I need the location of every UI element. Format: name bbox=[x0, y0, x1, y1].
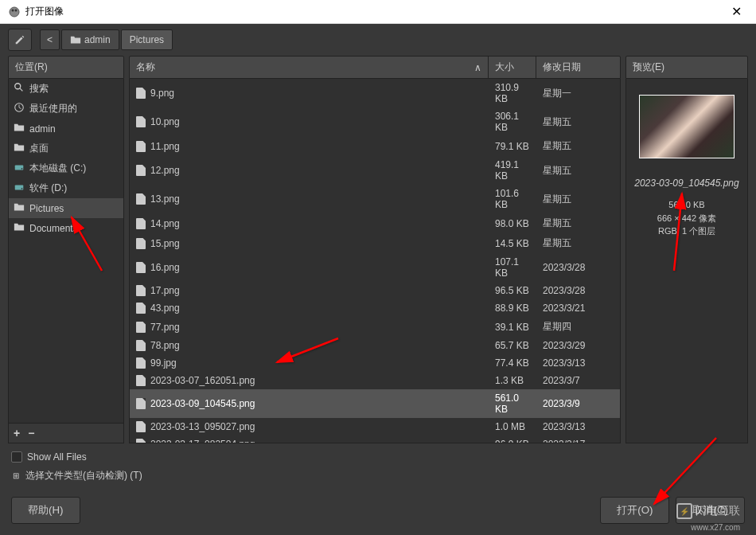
file-row[interactable]: 12.png 419.1 KB 星期五 bbox=[130, 156, 620, 185]
recent-icon bbox=[14, 102, 25, 115]
file-name: 17.png bbox=[150, 285, 180, 296]
column-header-size[interactable]: 大小 bbox=[489, 57, 536, 78]
file-icon bbox=[136, 218, 146, 229]
file-name: 99.jpg bbox=[150, 357, 177, 369]
sidebar: 位置(R) 搜索最近使用的admin桌面本地磁盘 (C:)软件 (D:)Pict… bbox=[8, 56, 124, 443]
file-row[interactable]: 14.png 98.0 KB 星期五 bbox=[130, 213, 620, 233]
file-icon bbox=[136, 165, 146, 176]
file-size: 419.1 KB bbox=[489, 159, 536, 182]
svg-point-9 bbox=[21, 168, 23, 170]
file-row[interactable]: 13.png 101.6 KB 星期五 bbox=[130, 185, 620, 213]
sidebar-list[interactable]: 搜索最近使用的admin桌面本地磁盘 (C:)软件 (D:)PicturesDo… bbox=[8, 79, 124, 424]
preview-size: 561.0 KB bbox=[657, 198, 716, 212]
file-row[interactable]: 16.png 107.1 KB 2023/3/28 bbox=[130, 253, 620, 282]
file-name: 12.png bbox=[150, 165, 180, 176]
sidebar-item-label: 最近使用的 bbox=[29, 102, 77, 115]
sidebar-header: 位置(R) bbox=[8, 56, 124, 79]
file-icon bbox=[136, 193, 146, 205]
sidebar-item[interactable]: admin bbox=[9, 119, 123, 139]
file-row[interactable]: 15.png 14.5 KB 星期五 bbox=[130, 233, 620, 253]
preview-layers: RGB, 1 个图层 bbox=[657, 225, 716, 238]
add-bookmark-button[interactable]: + bbox=[14, 427, 20, 439]
app-icon bbox=[8, 6, 21, 18]
sidebar-item-label: 软件 (D:) bbox=[29, 182, 67, 195]
folder-icon bbox=[14, 122, 25, 135]
edit-path-button[interactable] bbox=[8, 29, 32, 51]
sort-arrow-icon: ∧ bbox=[474, 62, 481, 73]
file-name: 11.png bbox=[150, 141, 180, 152]
preview-filename: 2023-03-09_104545.png bbox=[634, 178, 738, 189]
watermark-text: 闪电互联 bbox=[696, 504, 740, 518]
sidebar-item-label: 本地磁盘 (C:) bbox=[29, 162, 86, 175]
file-icon bbox=[136, 262, 146, 273]
disk-icon bbox=[14, 162, 25, 175]
file-size: 1.0 MB bbox=[489, 421, 536, 432]
sidebar-item[interactable]: 本地磁盘 (C:) bbox=[9, 158, 123, 178]
file-row[interactable]: 78.png 65.7 KB 2023/3/29 bbox=[130, 337, 620, 354]
file-icon bbox=[136, 421, 146, 432]
file-icon bbox=[136, 238, 146, 249]
file-size: 14.5 KB bbox=[489, 238, 536, 249]
show-all-files-checkbox[interactable]: Show All Files bbox=[11, 451, 745, 463]
folder-icon bbox=[14, 201, 25, 215]
file-row[interactable]: 43.png 88.9 KB 2023/3/21 bbox=[130, 299, 620, 317]
file-size: 1.3 KB bbox=[489, 375, 536, 386]
sidebar-item[interactable]: Pictures bbox=[9, 198, 123, 218]
file-row[interactable]: 10.png 306.1 KB 星期五 bbox=[130, 107, 620, 136]
expander-label: 选择文件类型(自动检测) (T) bbox=[25, 469, 142, 482]
file-row[interactable]: 9.png 310.9 KB 星期一 bbox=[130, 79, 620, 107]
sidebar-item-label: 桌面 bbox=[29, 142, 49, 155]
disk-icon bbox=[14, 182, 25, 195]
sidebar-item[interactable]: 最近使用的 bbox=[9, 99, 123, 119]
file-date: 星期五 bbox=[536, 217, 620, 230]
file-type-expander[interactable]: ⊞ 选择文件类型(自动检测) (T) bbox=[11, 469, 745, 482]
watermark: ⚡ 闪电互联 bbox=[676, 503, 740, 519]
sidebar-item-label: admin bbox=[29, 123, 56, 135]
preview-body: 2023-03-09_104545.png 561.0 KB 666 × 442… bbox=[625, 79, 748, 443]
help-button[interactable]: 帮助(H) bbox=[11, 497, 80, 524]
file-size: 310.9 KB bbox=[489, 82, 536, 104]
file-size: 65.7 KB bbox=[489, 340, 536, 351]
close-button[interactable]: ✕ bbox=[725, 4, 748, 19]
remove-bookmark-button[interactable]: − bbox=[28, 427, 34, 439]
file-date: 2023/3/28 bbox=[536, 262, 620, 273]
file-row[interactable]: 99.jpg 77.4 KB 2023/3/13 bbox=[130, 354, 620, 372]
svg-line-7 bbox=[19, 107, 21, 109]
file-size: 306.1 KB bbox=[489, 111, 536, 133]
file-row[interactable]: 11.png 79.1 KB 星期五 bbox=[130, 136, 620, 156]
file-icon bbox=[136, 285, 146, 296]
file-row[interactable]: 2023-03-17_082504.png 96.9 KB 2023/3/17 bbox=[130, 435, 620, 443]
preview-thumbnail bbox=[639, 95, 735, 158]
sidebar-item-label: Pictures bbox=[29, 203, 64, 214]
open-button[interactable]: 打开(O) bbox=[600, 497, 669, 524]
breadcrumb-label: admin bbox=[84, 34, 111, 45]
file-name: 2023-03-07_162051.png bbox=[150, 375, 255, 386]
column-header-name[interactable]: 名称 ∧ bbox=[130, 57, 489, 78]
file-name: 13.png bbox=[150, 193, 180, 205]
file-row[interactable]: 77.png 39.1 KB 星期四 bbox=[130, 317, 620, 337]
breadcrumb-back[interactable]: < bbox=[40, 29, 60, 50]
file-row[interactable]: 2023-03-07_162051.png 1.3 KB 2023/3/7 bbox=[130, 372, 620, 389]
svg-point-2 bbox=[15, 9, 18, 11]
titlebar: 打开图像 ✕ bbox=[0, 0, 756, 24]
window-title: 打开图像 bbox=[25, 5, 64, 18]
file-list-body[interactable]: 9.png 310.9 KB 星期一 10.png 306.1 KB 星期五 1… bbox=[129, 79, 621, 443]
sidebar-item[interactable]: 搜索 bbox=[9, 79, 123, 99]
column-header-date[interactable]: 修改日期 bbox=[536, 57, 620, 78]
preview-header: 预览(E) bbox=[625, 56, 748, 79]
file-name: 2023-03-13_095027.png bbox=[150, 421, 255, 432]
breadcrumb-admin[interactable]: admin bbox=[61, 29, 119, 50]
file-size: 101.6 KB bbox=[489, 188, 536, 210]
breadcrumb-pictures[interactable]: Pictures bbox=[121, 29, 173, 50]
sidebar-item[interactable]: 软件 (D:) bbox=[9, 178, 123, 198]
file-name: 78.png bbox=[150, 340, 180, 351]
svg-line-4 bbox=[20, 88, 23, 92]
search-icon bbox=[14, 82, 25, 96]
file-row[interactable]: 2023-03-09_104545.png 561.0 KB 2023/3/9 bbox=[130, 389, 620, 418]
sidebar-item[interactable]: Documents bbox=[9, 218, 123, 238]
file-row[interactable]: 17.png 96.5 KB 2023/3/28 bbox=[130, 282, 620, 299]
file-row[interactable]: 2023-03-13_095027.png 1.0 MB 2023/3/13 bbox=[130, 418, 620, 435]
file-date: 2023/3/28 bbox=[536, 285, 620, 296]
file-icon bbox=[136, 116, 146, 127]
sidebar-item[interactable]: 桌面 bbox=[9, 139, 123, 158]
